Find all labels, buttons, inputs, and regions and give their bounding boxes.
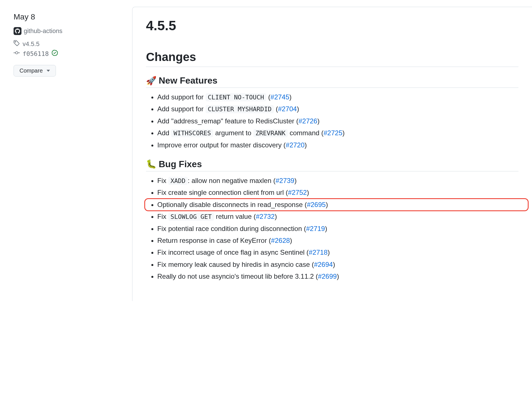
inline-code: ZREVRANK bbox=[253, 129, 288, 137]
section-emoji: 🚀 bbox=[146, 77, 156, 85]
issue-link[interactable]: #2704 bbox=[278, 105, 297, 113]
svg-point-0 bbox=[15, 42, 16, 42]
list-item: Fix potential race condition during disc… bbox=[157, 223, 518, 234]
release-tag[interactable]: v4.5.5 bbox=[14, 40, 121, 48]
section-heading: 🚀New Features bbox=[146, 75, 518, 88]
list-item: Add WITHSCORES argument to ZREVRANK comm… bbox=[157, 128, 518, 138]
svg-point-1 bbox=[16, 52, 18, 54]
release-date: May 8 bbox=[14, 12, 121, 21]
tag-name: v4.5.5 bbox=[23, 40, 40, 48]
issue-link[interactable]: #2695 bbox=[307, 201, 326, 208]
inline-code: CLUSTER MYSHARDID bbox=[206, 105, 274, 113]
list-item: Fix SLOWLOG GET return value (#2732) bbox=[157, 211, 518, 222]
release-author[interactable]: github-actions bbox=[14, 27, 121, 35]
github-icon bbox=[14, 27, 21, 35]
inline-code: SLOWLOG GET bbox=[168, 213, 214, 221]
list-item: Return response in case of KeyError (#26… bbox=[157, 235, 518, 246]
list-item: Fix XADD: allow non negative maxlen (#27… bbox=[157, 175, 518, 186]
issue-link[interactable]: #2699 bbox=[318, 272, 337, 280]
issue-link[interactable]: #2752 bbox=[288, 189, 307, 196]
release-commit[interactable]: f056118 bbox=[14, 50, 121, 58]
inline-code: CLIENT NO-TOUCH bbox=[206, 93, 266, 101]
inline-code: XADD bbox=[168, 177, 188, 185]
compare-label: Compare bbox=[19, 67, 43, 74]
item-list: Add support for CLIENT NO-TOUCH (#2745)A… bbox=[146, 92, 518, 150]
list-item: Add support for CLIENT NO-TOUCH (#2745) bbox=[157, 92, 518, 102]
commit-hash: f056118 bbox=[23, 50, 49, 57]
release-title: 4.5.5 bbox=[146, 18, 518, 33]
list-item: Fix create single connection client from… bbox=[157, 187, 518, 198]
changes-heading: Changes bbox=[146, 50, 518, 67]
issue-link[interactable]: #2745 bbox=[271, 93, 289, 101]
verified-icon bbox=[52, 50, 58, 58]
issue-link[interactable]: #2628 bbox=[271, 237, 290, 244]
list-item: Add "address_remap" feature to RedisClus… bbox=[157, 116, 518, 126]
compare-button[interactable]: Compare bbox=[14, 65, 56, 77]
issue-link[interactable]: #2719 bbox=[306, 225, 325, 232]
issue-link[interactable]: #2732 bbox=[256, 213, 275, 220]
section-title: New Features bbox=[159, 75, 217, 86]
chevron-down-icon bbox=[47, 70, 50, 72]
issue-link[interactable]: #2718 bbox=[309, 248, 328, 256]
list-item: Improve error output for master discover… bbox=[157, 140, 518, 150]
author-name: github-actions bbox=[24, 27, 62, 35]
issue-link[interactable]: #2739 bbox=[276, 177, 295, 184]
item-list: Fix XADD: allow non negative maxlen (#27… bbox=[146, 175, 518, 282]
section-title: Bug Fixes bbox=[159, 159, 202, 169]
commit-icon bbox=[14, 50, 20, 58]
issue-link[interactable]: #2725 bbox=[324, 129, 343, 137]
issue-link[interactable]: #2694 bbox=[314, 261, 333, 268]
section-emoji: 🐛 bbox=[146, 160, 156, 168]
release-sidebar: May 8 github-actions v4.5.5 f056118 Comp… bbox=[14, 7, 121, 77]
release-body: 4.5.5 Changes 🚀New FeaturesAdd support f… bbox=[132, 7, 532, 301]
section-heading: 🐛Bug Fixes bbox=[146, 159, 518, 171]
list-item: Add support for CLUSTER MYSHARDID (#2704… bbox=[157, 104, 518, 114]
inline-code: WITHSCORES bbox=[171, 129, 213, 137]
issue-link[interactable]: #2720 bbox=[286, 141, 305, 149]
list-item: Really do not use asyncio's timeout lib … bbox=[157, 271, 518, 282]
list-item: Optionally disable disconnects in read_r… bbox=[157, 199, 518, 210]
list-item: Fix memory leak caused by hiredis in asy… bbox=[157, 259, 518, 270]
list-item: Fix incorrect usage of once flag in asyn… bbox=[157, 247, 518, 258]
issue-link[interactable]: #2726 bbox=[298, 117, 317, 125]
tag-icon bbox=[14, 40, 20, 48]
